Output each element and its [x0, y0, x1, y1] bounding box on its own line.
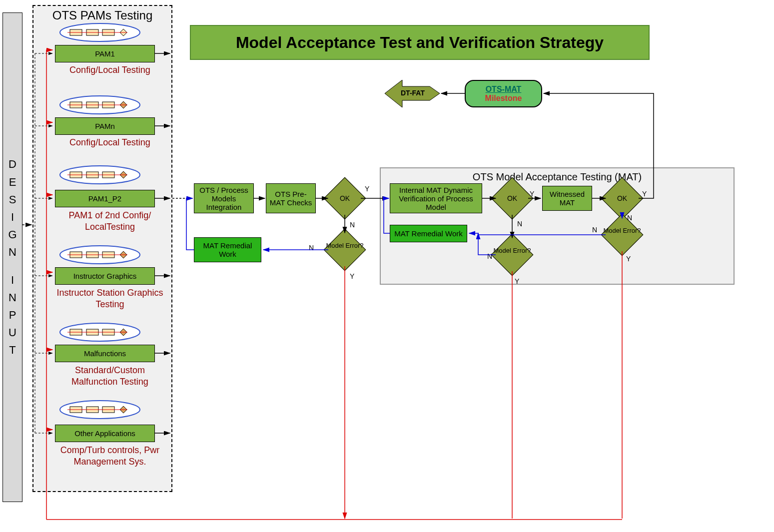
ok1-decision: OK: [330, 183, 360, 213]
svg-rect-12: [86, 172, 98, 178]
model-error2-decision: Model Error?: [497, 240, 527, 270]
model-cloud-icon: [57, 165, 142, 185]
premat-box: OTS Pre-MAT Checks: [266, 183, 316, 213]
svg-rect-3: [102, 29, 114, 35]
svg-rect-26: [70, 407, 82, 413]
svg-rect-28: [102, 407, 114, 413]
svg-rect-18: [102, 252, 114, 258]
model-error1-decision: Model Error?: [330, 235, 360, 265]
n-label: N: [592, 226, 597, 234]
witnessed-mat-box: Witnessed MAT: [542, 186, 592, 211]
malfunctions-caption: Standard/Custom Malfunction Testing: [55, 365, 165, 388]
svg-point-10: [60, 166, 140, 184]
pam1-caption: Config/Local Testing: [55, 65, 165, 75]
design-input-panel: DESIGN INPUT: [2, 12, 22, 502]
svg-rect-17: [86, 252, 98, 258]
svg-point-20: [60, 323, 140, 341]
mat-remedial1-box: MAT Remedial Work: [194, 237, 261, 262]
y-label: Y: [626, 255, 631, 263]
svg-marker-29: [120, 406, 127, 413]
y-label: Y: [515, 277, 519, 285]
svg-marker-9: [120, 101, 127, 108]
n-label: N: [487, 252, 492, 260]
svg-rect-23: [102, 329, 114, 335]
svg-rect-27: [86, 407, 98, 413]
svg-rect-6: [70, 102, 82, 108]
mat-group-title: OTS Model Acceptance Testing (MAT): [381, 168, 734, 183]
svg-rect-8: [102, 102, 114, 108]
model-cloud-icon: [57, 22, 142, 42]
svg-rect-7: [86, 102, 98, 108]
milestone-subtitle: Milestone: [485, 94, 522, 103]
y-label: Y: [350, 272, 354, 280]
milestone-box: OTS-MAT Milestone: [465, 80, 542, 107]
title-banner: Model Acceptance Test and Verification S…: [190, 25, 650, 60]
pams-group-title: OTS PAMs Testing: [33, 6, 171, 22]
page-title: Model Acceptance Test and Verification S…: [236, 33, 604, 52]
svg-marker-14: [120, 171, 127, 178]
svg-rect-2: [86, 29, 98, 35]
pam1p2-caption: PAM1 of 2nd Config/ LocalTesting: [55, 210, 165, 233]
pam1-box: PAM1: [55, 45, 155, 62]
y-label: Y: [642, 190, 647, 198]
model-cloud-icon: [57, 245, 142, 265]
svg-marker-19: [120, 251, 127, 258]
svg-marker-4: [120, 29, 127, 36]
n-label: N: [309, 244, 314, 252]
pamn-caption: Config/Local Testing: [55, 137, 165, 148]
svg-point-5: [60, 96, 140, 114]
pamn-box: PAMn: [55, 117, 155, 135]
instructor-graphics-box: Instructor Graphics: [55, 267, 155, 285]
svg-point-15: [60, 246, 140, 264]
svg-rect-13: [102, 172, 114, 178]
dt-fat-arrow: DT-FAT: [385, 80, 440, 107]
svg-marker-24: [120, 329, 127, 336]
instructor-graphics-caption: Instructor Station Graphics Testing: [55, 287, 165, 311]
svg-rect-21: [70, 329, 82, 335]
n-label: N: [350, 221, 355, 229]
svg-rect-16: [70, 252, 82, 258]
y-label: Y: [530, 190, 534, 198]
malfunctions-box: Malfunctions: [55, 345, 155, 362]
other-apps-box: Other Applications: [55, 425, 155, 442]
mat-remedial2-box: MAT Remedial Work: [390, 225, 467, 242]
svg-rect-11: [70, 172, 82, 178]
internal-mat-box: Internal MAT Dynamic Verification of Pro…: [390, 183, 482, 213]
svg-rect-22: [86, 329, 98, 335]
y-label: Y: [365, 185, 369, 193]
milestone-title: OTS-MAT: [486, 85, 522, 94]
pam1p2-box: PAM1_P2: [55, 190, 155, 207]
ok3-decision: OK: [607, 183, 637, 213]
other-apps-caption: Comp/Turb controls, Pwr Management Sys.: [55, 445, 165, 468]
n-label: N: [517, 220, 522, 228]
integration-box: OTS / Process Models Integration: [194, 183, 254, 213]
ok2-decision: OK: [497, 183, 527, 213]
model-cloud-icon: [57, 400, 142, 420]
model-error3-decision: Model Error?: [607, 220, 637, 250]
svg-point-0: [60, 23, 140, 41]
model-cloud-icon: [57, 322, 142, 342]
svg-rect-1: [70, 29, 82, 35]
svg-point-25: [60, 401, 140, 419]
model-cloud-icon: [57, 95, 142, 115]
n-label: N: [627, 214, 632, 222]
